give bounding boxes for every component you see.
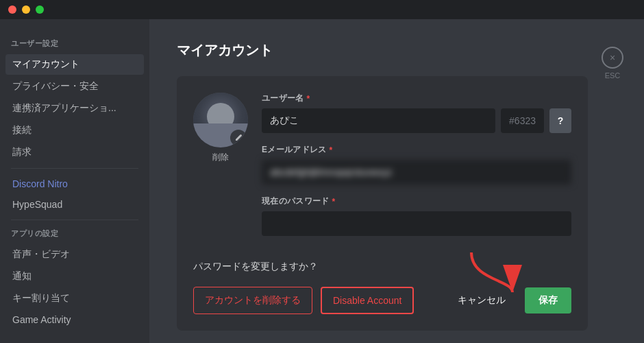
cancel-button[interactable]: キャンセル <box>447 287 517 314</box>
main-content: マイアカウント 削除 <box>149 19 644 343</box>
avatar-edit-button[interactable] <box>230 130 247 146</box>
sidebar-item-billing[interactable]: 請求 <box>5 142 144 163</box>
change-password-text: パスワードを変更しますか？ <box>193 261 571 273</box>
email-label: Eメールアドレス * <box>262 144 571 156</box>
settings-card: 削除 ユーザー名 * #6323 ? <box>177 76 588 331</box>
sidebar-item-privacy-safety[interactable]: プライバシー・安全 <box>5 76 144 97</box>
avatar-delete-label[interactable]: 削除 <box>212 152 229 163</box>
password-input[interactable] <box>262 211 571 236</box>
profile-row: 削除 ユーザー名 * #6323 ? <box>193 93 571 247</box>
app-body: ユーザー設定 マイアカウント プライバシー・安全 連携済アプリケーショ... 接… <box>0 19 644 343</box>
minimize-button[interactable] <box>22 5 30 14</box>
email-field-group: Eメールアドレス * <box>262 144 571 185</box>
username-field-group: ユーザー名 * #6323 ? <box>262 93 571 133</box>
email-required: * <box>329 145 332 155</box>
form-fields: ユーザー名 * #6323 ? Eメールアドレス * <box>262 93 571 247</box>
sidebar-item-connections[interactable]: 接続 <box>5 120 144 141</box>
password-label: 現在のパスワード * <box>262 196 571 207</box>
sidebar-item-hypesquad[interactable]: HypeSquad <box>5 195 144 214</box>
close-button[interactable] <box>8 5 16 14</box>
help-button[interactable]: ? <box>549 108 571 133</box>
maximize-button[interactable] <box>36 5 44 14</box>
username-required: * <box>307 94 310 104</box>
sidebar-item-keybinds[interactable]: キー割り当て <box>5 288 144 309</box>
avatar-container[interactable] <box>193 93 248 147</box>
sidebar-item-notifications[interactable]: 通知 <box>5 266 144 287</box>
action-row: アカウントを削除する Disable Account キャンセル 保存 <box>193 287 571 314</box>
username-input[interactable] <box>262 108 495 133</box>
password-required: * <box>332 197 335 206</box>
sidebar-item-discord-nitro[interactable]: Discord Nitro <box>5 174 144 193</box>
delete-account-button[interactable]: アカウントを削除する <box>193 287 312 314</box>
sidebar-item-my-account[interactable]: マイアカウント <box>5 54 144 75</box>
esc-x-icon: × <box>602 47 623 69</box>
sidebar-item-authorized-apps[interactable]: 連携済アプリケーショ... <box>5 98 144 119</box>
titlebar <box>0 0 644 19</box>
save-button[interactable]: 保存 <box>525 287 571 314</box>
sidebar-divider-2 <box>11 220 138 220</box>
esc-button[interactable]: × ESC <box>602 47 623 80</box>
page-title: マイアカウント <box>177 41 617 60</box>
username-label: ユーザー名 * <box>262 93 571 104</box>
app-settings-section-label: アプリの設定 <box>5 226 144 241</box>
password-field-group: 現在のパスワード * <box>262 196 571 236</box>
sidebar-divider-1 <box>11 168 138 169</box>
avatar-area: 削除 <box>193 93 248 163</box>
sidebar: ユーザー設定 マイアカウント プライバシー・安全 連携済アプリケーショ... 接… <box>0 19 149 343</box>
user-settings-section-label: ユーザー設定 <box>5 36 144 51</box>
sidebar-item-game-activity[interactable]: Game Activity <box>5 310 144 329</box>
sidebar-item-voice-video[interactable]: 音声・ビデオ <box>5 244 144 265</box>
edit-icon <box>234 134 243 142</box>
esc-label: ESC <box>605 71 621 80</box>
email-input[interactable] <box>262 160 571 185</box>
username-row: #6323 ? <box>262 108 571 133</box>
disable-account-button[interactable]: Disable Account <box>321 287 414 314</box>
discriminator-box: #6323 <box>501 108 544 133</box>
